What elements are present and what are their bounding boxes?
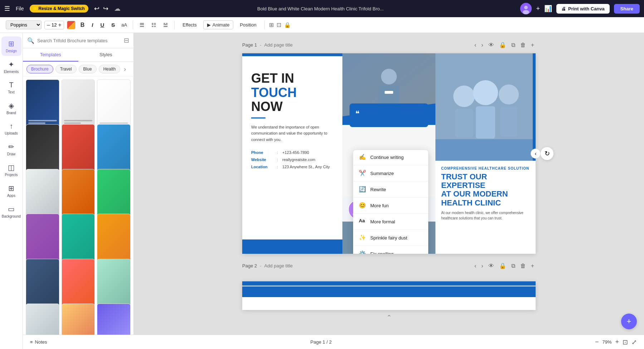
menu-icon[interactable]: ☰ <box>4 5 10 13</box>
bold-button[interactable]: B <box>78 20 87 30</box>
filter-more-button[interactable]: › <box>122 65 127 73</box>
font-size-decrease-button[interactable]: – <box>47 22 50 28</box>
template-thumb[interactable] <box>97 79 131 127</box>
page-lock-button[interactable]: 🔒 <box>498 40 508 50</box>
ctx-rewrite[interactable]: 🔄 Rewrite <box>353 182 428 197</box>
refresh-button[interactable]: ↻ <box>541 147 553 160</box>
page2-lock-button[interactable]: 🔒 <box>498 261 508 271</box>
page-eye-button[interactable]: 👁 <box>487 40 496 50</box>
underline-button[interactable]: U <box>98 20 106 29</box>
ctx-more-fun[interactable]: 😊 More fun <box>353 198 428 213</box>
strikethrough-button[interactable]: S <box>109 20 117 29</box>
sidebar-item-projects[interactable]: ◫ Projects <box>1 160 21 180</box>
sidebar-item-design[interactable]: ⊞ Design <box>1 37 21 56</box>
ctx-summarize[interactable]: ✂️ Summarize <box>353 166 428 180</box>
fullscreen-button[interactable]: ⤢ <box>631 338 637 346</box>
sidebar-item-apps[interactable]: ⊞ Apps <box>1 181 21 200</box>
italic-button[interactable]: I <box>89 20 95 29</box>
fab-plus-button[interactable]: + <box>621 314 637 329</box>
page2-nav-up-button[interactable]: ‹ <box>473 261 478 271</box>
page-copy-button[interactable]: ⧉ <box>510 40 517 50</box>
template-thumb[interactable] <box>26 169 59 217</box>
undo-button[interactable]: ↩ <box>94 5 99 13</box>
effects-button[interactable]: Effects <box>179 21 200 29</box>
brochure-left-panel[interactable]: GET IN TOUCH NOW We understand the impor… <box>242 53 342 254</box>
sidebar-item-draw[interactable]: ✏ Draw <box>1 140 21 159</box>
ctx-more-formal[interactable]: Aa More formal <box>353 214 428 229</box>
template-thumb[interactable] <box>62 169 95 217</box>
template-thumb[interactable] <box>97 214 131 262</box>
template-thumb[interactable] <box>26 79 59 127</box>
brochure-canvas[interactable]: GET IN TOUCH NOW We understand the impor… <box>242 53 536 254</box>
template-thumb[interactable] <box>26 259 59 307</box>
text-case-button[interactable]: aA <box>120 22 128 28</box>
template-thumb[interactable] <box>62 79 95 127</box>
page2-title-input[interactable] <box>264 263 325 268</box>
align-center-button[interactable]: ☷ <box>149 20 158 30</box>
print-button[interactable]: 🖨 Print with Canva <box>556 4 610 14</box>
sidebar-item-text[interactable]: T Text <box>1 78 21 97</box>
tab-styles[interactable]: Styles <box>78 48 134 62</box>
hide-panel-button[interactable]: ‹ <box>531 149 541 159</box>
template-thumb[interactable] <box>97 259 131 307</box>
page-add-button[interactable]: + <box>530 40 536 50</box>
tab-templates[interactable]: Templates <box>23 48 78 62</box>
ctx-sprinkle[interactable]: ✨ Sprinkle fairy dust <box>353 231 428 245</box>
text-color-button[interactable] <box>67 21 75 29</box>
filter-chip-health[interactable]: Health <box>99 65 121 73</box>
position-button[interactable]: Position <box>236 21 260 29</box>
sidebar-item-uploads[interactable]: ↑ Uploads <box>1 119 21 138</box>
grid-toggle-icon[interactable]: ⊞ <box>269 21 274 28</box>
file-menu[interactable]: File <box>16 6 24 11</box>
page2-add-button[interactable]: + <box>530 261 536 271</box>
sidebar-item-brand[interactable]: ◈ Brand <box>1 98 21 118</box>
magic-switch-button[interactable]: Resize & Magic Switch <box>30 5 88 13</box>
svg-rect-13 <box>455 109 473 137</box>
page-nav-up-button[interactable]: ‹ <box>473 40 478 50</box>
align-right-button[interactable]: ☱ <box>161 20 170 30</box>
filter-icon[interactable]: ⊟ <box>124 37 129 44</box>
template-thumb[interactable] <box>97 124 131 172</box>
notes-button[interactable]: ≡ Notes <box>30 339 47 345</box>
lock-icon[interactable]: 🔒 <box>284 22 291 28</box>
zoom-in-button[interactable]: + <box>615 338 619 346</box>
filter-chip-blue[interactable]: Blue <box>79 65 97 73</box>
template-thumb[interactable] <box>97 169 131 217</box>
fit-to-screen-button[interactable]: ⊡ <box>623 338 628 346</box>
ctx-fix-spelling[interactable]: ⚙️ Fix spelling <box>353 247 428 254</box>
zoom-out-button[interactable]: − <box>595 338 599 346</box>
crop-icon[interactable]: ⊡ <box>277 21 281 28</box>
page1-title-input[interactable] <box>264 42 325 48</box>
share-button[interactable]: Share <box>614 4 640 14</box>
page-nav-down-button[interactable]: › <box>480 40 484 50</box>
page2-eye-button[interactable]: 👁 <box>487 261 496 271</box>
scroll-indicator[interactable]: ⌃ <box>386 314 392 321</box>
page2-nav-down-button[interactable]: › <box>480 261 484 271</box>
search-input[interactable] <box>37 38 121 43</box>
page-delete-button[interactable]: 🗑 <box>519 40 527 50</box>
template-thumb[interactable] <box>62 259 95 307</box>
brochure-page2[interactable] <box>242 281 536 310</box>
template-thumb[interactable] <box>26 214 59 262</box>
font-size-increase-button[interactable]: + <box>58 22 61 28</box>
ctx-continue-writing[interactable]: ✍️ Continue writing <box>353 150 428 164</box>
redo-button[interactable]: ↪ <box>103 5 108 13</box>
page2-copy-button[interactable]: ⧉ <box>510 261 517 271</box>
template-thumb[interactable] <box>62 124 95 172</box>
font-family-select[interactable]: Poppins <box>6 20 42 29</box>
sidebar-item-background[interactable]: ▭ Background <box>1 202 21 221</box>
analytics-icon[interactable]: 📊 <box>544 5 552 13</box>
quote-card[interactable]: ❝ <box>350 103 428 127</box>
align-left-button[interactable]: ☰ <box>137 20 146 30</box>
animate-button[interactable]: ▶ Animate <box>203 20 234 29</box>
filter-chip-brochure[interactable]: Brochure <box>26 65 53 73</box>
brochure-right-panel[interactable]: COMPREHENSIVE HEALTHCARE SOLUTION TRUST … <box>435 53 536 254</box>
user-avatar[interactable] <box>520 3 532 14</box>
add-team-button[interactable]: + <box>536 5 540 13</box>
template-thumb[interactable] <box>26 124 59 172</box>
template-thumb[interactable] <box>62 214 95 262</box>
brochure-middle-panel[interactable]: ❝ ✍️ Continue writing ✂️ Summarize <box>342 53 435 254</box>
filter-chip-travel[interactable]: Travel <box>55 65 77 73</box>
page2-delete-button[interactable]: 🗑 <box>519 261 527 271</box>
sidebar-item-elements[interactable]: ✦ Elements <box>1 57 21 77</box>
